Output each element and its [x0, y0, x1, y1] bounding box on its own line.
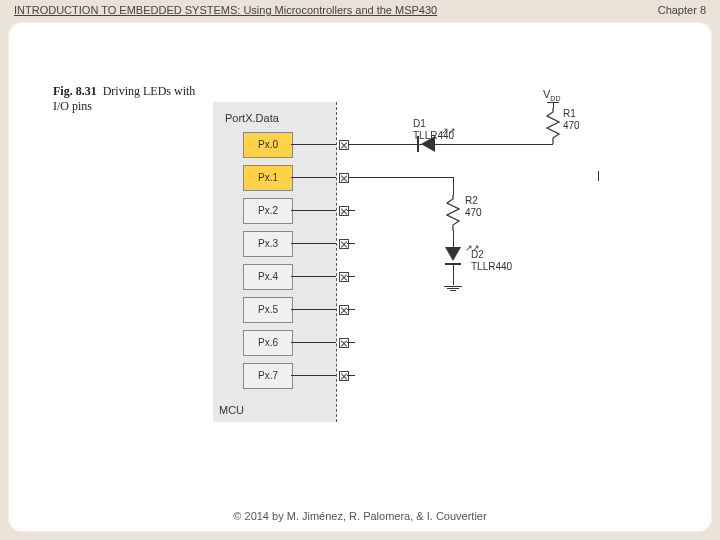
ground-icon: [443, 285, 463, 291]
pin-stub-inner: [291, 210, 336, 211]
book-title: INTRODUCTION TO EMBEDDED SYSTEMS: Using …: [14, 4, 437, 16]
slide: INTRODUCTION TO EMBEDDED SYSTEMS: Using …: [0, 0, 720, 540]
r2-value: 470: [465, 207, 482, 218]
pin-px-3: Px.3: [243, 231, 293, 257]
pin-stub-inner: [291, 276, 336, 277]
io-pad: [339, 371, 349, 381]
io-pad: [339, 305, 349, 315]
wire-d1: [348, 144, 553, 145]
pin-stub-outer: [347, 210, 355, 211]
copyright: © 2014 by M. Jiménez, R. Palomera, & I. …: [8, 510, 712, 522]
r1-ref: R1: [563, 108, 576, 119]
pin-stub-outer: [347, 375, 355, 376]
pin-px-4: Px.4: [243, 264, 293, 290]
d1-ref: D1: [413, 118, 426, 129]
chapter-label: Chapter 8: [658, 4, 706, 16]
vdd-tee: [547, 102, 559, 103]
d2-ref: D2: [471, 249, 484, 260]
figure-text-2: I/O pins: [53, 99, 92, 113]
io-pad: [339, 206, 349, 216]
circuit-diagram: PortX.Data MCU Px.0Px.1Px.2Px.3Px.4Px.5P…: [213, 102, 643, 442]
d2-part: TLLR440: [471, 261, 512, 272]
figure-number: Fig. 8.31: [53, 84, 97, 98]
io-pad: [339, 140, 349, 150]
mcu-boundary-dash: [336, 102, 337, 422]
d1-part: TLLR440: [413, 130, 454, 141]
d2-led-icon: [445, 247, 461, 261]
pin-stub-outer: [347, 342, 355, 343]
pin-stub-outer: [347, 309, 355, 310]
r1-value: 470: [563, 120, 580, 131]
figure-text-1: Driving LEDs with: [103, 84, 196, 98]
wire-d2-gnd: [453, 263, 454, 285]
wire-r2-d2: [453, 231, 454, 247]
r1-resistor-icon: [546, 108, 560, 144]
pin-px-7: Px.7: [243, 363, 293, 389]
pin-stub-inner: [291, 342, 336, 343]
r2-ref: R2: [465, 195, 478, 206]
pin-px-2: Px.2: [243, 198, 293, 224]
io-pad: [339, 338, 349, 348]
mcu-label: MCU: [219, 404, 244, 416]
pin-stub-inner: [291, 144, 336, 145]
content-card: Fig. 8.31 Driving LEDs with I/O pins Por…: [8, 22, 712, 532]
r2-resistor-icon: [446, 195, 460, 231]
vdd-label: VDD: [543, 88, 560, 102]
io-pad: [339, 272, 349, 282]
figure-caption: Fig. 8.31 Driving LEDs with I/O pins: [53, 84, 195, 114]
io-pad: [339, 239, 349, 249]
pin-px-1: Px.1: [243, 165, 293, 191]
pin-stub-inner: [291, 243, 336, 244]
pin-stub-inner: [291, 375, 336, 376]
pin-stub-outer: [347, 243, 355, 244]
pin-stub-inner: [291, 177, 336, 178]
r1-wire-bottom: [598, 171, 599, 181]
pin-px-6: Px.6: [243, 330, 293, 356]
port-label: PortX.Data: [225, 112, 279, 124]
pin-px-0: Px.0: [243, 132, 293, 158]
wire-px1-h: [348, 177, 453, 178]
pin-px-5: Px.5: [243, 297, 293, 323]
pin-stub-outer: [347, 276, 355, 277]
wire-r2-top: [453, 177, 454, 195]
pin-stub-inner: [291, 309, 336, 310]
io-pad: [339, 173, 349, 183]
